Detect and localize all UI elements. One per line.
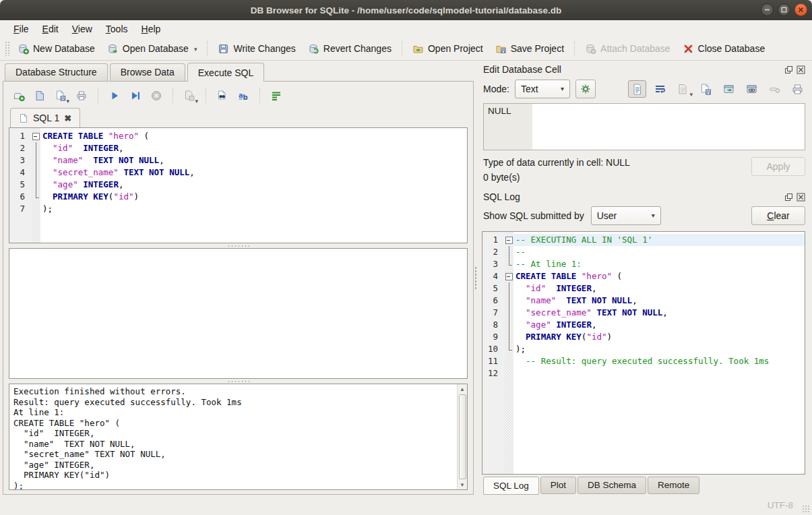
edit-cell-float-button[interactable] [784, 65, 793, 74]
clear-log-button[interactable]: Clear [751, 206, 805, 225]
print-sql-button[interactable] [73, 87, 90, 104]
open-database-icon [107, 43, 119, 55]
tab-browse-data[interactable]: Browse Data [110, 63, 185, 81]
stop-button [148, 87, 165, 104]
fold-margin-cell [505, 258, 513, 270]
save-sql-dropdown-caret[interactable]: ▾ [66, 96, 69, 106]
execute-all-icon [108, 90, 121, 102]
sql-log-pane[interactable]: 1-- EXECUTING ALL IN 'SQL 1'2--3-- At li… [482, 231, 805, 475]
submitted-by-value: User [597, 210, 617, 221]
line-number: 9 [482, 331, 505, 343]
cell-editor[interactable]: NULL [483, 103, 805, 150]
cell-info-row: Type of data currently in cell: NULL 0 b… [480, 150, 807, 183]
word-wrap-cell-button[interactable] [651, 80, 669, 98]
sql-tab-close-icon[interactable]: ✖ [64, 113, 71, 123]
fold-margin-cell [32, 142, 40, 154]
mode-combobox[interactable]: Text ▾ [515, 80, 570, 98]
submitted-by-combobox[interactable]: User ▾ [591, 206, 661, 225]
sql-log-close-button[interactable] [796, 192, 805, 202]
menu-help[interactable]: Help [135, 22, 168, 36]
sql-tab-sql1[interactable]: SQL 1 ✖ [10, 108, 80, 127]
format-sql-button[interactable]: a b [235, 87, 252, 104]
line-number: 1 [482, 234, 505, 246]
fold-margin-cell [505, 319, 513, 331]
tab-execute-sql[interactable]: Execute SQL [187, 63, 265, 82]
code-line: 4CREATE TABLE "hero" ( [482, 270, 805, 282]
cell-settings-button[interactable] [575, 80, 596, 98]
line-number: 1 [9, 130, 32, 142]
message-scrollbar[interactable]: ▲ ▼ [457, 384, 467, 489]
titlebar[interactable]: DB Browser for SQLite - /home/user/code/… [0, 0, 812, 20]
editor-results-splitter[interactable] [9, 243, 468, 248]
chevron-down-icon: ▾ [652, 210, 655, 221]
menu-edit[interactable]: Edit [36, 22, 65, 36]
toolbar-separator [207, 41, 208, 56]
fold-marker-icon[interactable] [505, 234, 513, 246]
left-area: Database Structure Browse Data Execute S… [0, 61, 474, 495]
find-button[interactable] [214, 87, 231, 104]
print-cell-button[interactable] [788, 80, 807, 98]
attach-database-icon [585, 43, 596, 55]
resize-grip[interactable] [802, 505, 810, 513]
revert-changes-button[interactable]: Revert Changes [302, 40, 398, 57]
open-project-button[interactable]: Open Project [406, 40, 489, 57]
execution-message-pane[interactable]: Execution finished without errors. Resul… [9, 384, 468, 490]
sql-log-float-button[interactable] [784, 192, 793, 202]
dock-tab-sql-log[interactable]: SQL Log [483, 477, 539, 495]
close-database-button[interactable]: Close Database [677, 40, 772, 57]
results-message-splitter[interactable] [9, 379, 468, 384]
word-wrap-button[interactable] [268, 87, 285, 104]
code-text: "secret_name" TEXT NOT NULL, [40, 166, 467, 179]
filter-label: Show SQL submitted by [483, 210, 584, 221]
dock-tab-plot[interactable]: Plot [540, 477, 576, 494]
line-number: 2 [482, 246, 505, 258]
sql-editor-code[interactable]: 1CREATE TABLE "hero" (2 "id" INTEGER,3 "… [9, 128, 467, 215]
write-changes-button[interactable]: Write Changes [212, 40, 301, 57]
copy-link-button[interactable] [743, 80, 761, 98]
code-text: -- Result: query executed successfully. … [513, 355, 805, 367]
write-changes-icon [218, 43, 229, 55]
tab-database-structure[interactable]: Database Structure [5, 63, 108, 81]
code-text: ); [513, 343, 805, 355]
close-icon [797, 5, 805, 14]
save-sql-file-button[interactable]: ▾ [52, 87, 69, 104]
menu-tools[interactable]: Tools [99, 22, 135, 36]
open-database-button[interactable]: Open Database ▾ [101, 40, 204, 57]
import-icon [677, 83, 689, 96]
code-line: 12 [482, 367, 805, 380]
results-grid-pane[interactable] [9, 248, 468, 379]
scroll-up-icon[interactable]: ▲ [458, 384, 467, 394]
open-database-dropdown-caret[interactable]: ▾ [194, 44, 197, 54]
execute-all-button[interactable] [106, 87, 123, 104]
open-external-button[interactable] [720, 80, 738, 98]
edit-cell-close-button[interactable] [796, 65, 805, 74]
menu-view[interactable]: View [65, 22, 99, 36]
sql-log-dock: SQL Log [480, 189, 807, 475]
menu-file[interactable]: File [7, 22, 36, 36]
sql-editor[interactable]: 1CREATE TABLE "hero" (2 "id" INTEGER,3 "… [9, 127, 468, 243]
execute-line-button[interactable] [127, 87, 144, 104]
save-results-icon [183, 90, 195, 102]
new-database-button[interactable]: New Database [11, 40, 101, 57]
open-sql-file-button[interactable] [31, 87, 49, 104]
line-number: 8 [482, 319, 505, 331]
close-button[interactable] [794, 3, 807, 16]
export-cell-button[interactable] [697, 80, 715, 98]
maximize-button[interactable] [778, 3, 790, 16]
dock-tab-remote[interactable]: Remote [648, 477, 699, 494]
scrollbar-thumb[interactable] [459, 394, 466, 479]
dock-tab-db-schema[interactable]: DB Schema [577, 477, 646, 494]
new-sql-tab-button[interactable] [10, 87, 28, 104]
minimize-button[interactable] [761, 3, 774, 16]
fold-marker-icon[interactable] [505, 270, 513, 282]
edit-database-cell-dock: Edit Database Cell [480, 62, 807, 183]
scroll-down-icon[interactable]: ▼ [458, 480, 467, 489]
text-view-button[interactable] [628, 80, 646, 98]
fold-marker-icon[interactable] [32, 130, 40, 142]
code-line: 7 "secret_name" TEXT NOT NULL, [482, 307, 805, 319]
dock-tab-bar: SQL Log Plot DB Schema Remote [480, 475, 807, 495]
save-project-button[interactable]: Save Project [489, 40, 570, 57]
code-line: 5 "id" INTEGER, [482, 282, 805, 295]
toolbar-drag-handle[interactable] [5, 41, 9, 56]
import-cell-button: ▾ [674, 80, 692, 98]
